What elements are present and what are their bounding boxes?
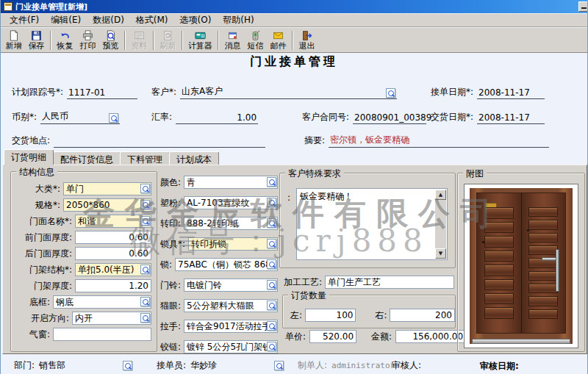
calculator-button[interactable]: 计算器 [185, 29, 215, 52]
dept-value[interactable]: 销售部 [39, 359, 65, 372]
contract-input[interactable]: 20080901_00389 [353, 112, 426, 124]
hinge-lookup-icon[interactable] [267, 342, 276, 351]
frame-struct-lookup-icon[interactable] [140, 265, 150, 274]
field-row-transfer: 转印: 888-2转印纸 [160, 217, 278, 230]
order-date-input[interactable]: 2008-11-17 [477, 87, 545, 99]
tab-plan-cost[interactable]: 计划成本 [169, 151, 219, 165]
transfer-input[interactable]: 888-2转印纸 [184, 217, 278, 230]
field-row-color: 颜色: 青 [160, 176, 278, 189]
bottom-frame-lookup-icon[interactable] [140, 297, 150, 306]
message-icon [226, 30, 239, 41]
field-row-lock: 锁: 75ABC（铜）锁芯 868普 [160, 258, 278, 271]
customer-input[interactable]: 山东A客户 [180, 85, 397, 99]
transfer-lookup-icon[interactable] [267, 218, 276, 228]
data-button[interactable]: 资料 [128, 29, 151, 52]
frame-thickness-input[interactable]: 1.20 [75, 279, 151, 292]
refresh-button[interactable]: 刷新 [157, 29, 179, 52]
air-window-input[interactable] [53, 328, 151, 341]
menu-help[interactable]: 帮助(H) [217, 13, 259, 27]
frame-struct-input[interactable]: 单扣5.0(半压) [75, 263, 151, 276]
delivery-place-input[interactable] [54, 146, 265, 148]
face-name-lookup-icon[interactable] [140, 216, 150, 226]
toolbar: 新增 保存 恢复 打印 预览 资料 刷新 [1, 28, 587, 53]
amount-input[interactable]: 156,000.00 [395, 330, 466, 343]
memo-scrollbar[interactable]: ▲ ▼ [435, 190, 446, 259]
toolbar-separator [182, 31, 183, 50]
undo-icon [59, 30, 71, 41]
track-no-input[interactable]: 1117-01 [67, 87, 137, 99]
lock-input[interactable]: 75ABC（铜）锁芯 868普 [175, 258, 278, 271]
unit-price-label: 单价: [285, 331, 306, 343]
category-lookup-icon[interactable] [140, 184, 150, 193]
dept-lookup-icon[interactable] [123, 361, 132, 370]
order-taker-value[interactable]: 华妙珍 [190, 359, 217, 372]
currency-input[interactable]: 人民币 [40, 110, 120, 124]
menu-edit[interactable]: 编辑(E) [45, 13, 87, 27]
phone-icon [249, 30, 262, 41]
powder-lookup-icon[interactable] [267, 198, 276, 207]
lock-lookup-icon[interactable] [267, 259, 276, 269]
customer-lookup-icon[interactable] [386, 88, 395, 98]
open-direction-lookup-icon[interactable] [140, 313, 150, 323]
qty-left-input[interactable]: 100 [305, 309, 356, 322]
save-button[interactable]: 保存 [25, 29, 48, 52]
rate-input[interactable]: 1.00 [176, 112, 258, 124]
app-window: 门业接单管理[新增] 文件(F) 编辑(E) 数据(D) 格式(M) 选项(O)… [0, 0, 588, 374]
doorbell-input[interactable]: 电镀门铃 [184, 278, 278, 292]
undo-button[interactable]: 恢复 [54, 29, 76, 52]
bottom-frame-input[interactable]: 钢底 [53, 295, 151, 309]
new-button[interactable]: 新增 [2, 29, 25, 52]
pull-handle-lookup-icon[interactable] [267, 321, 276, 331]
print-button[interactable]: 打印 [76, 29, 99, 52]
sms-button[interactable]: 短信 [244, 29, 267, 52]
peephole-input[interactable]: 5公分塑料大猫眼 [184, 299, 278, 312]
audit-date-label: 审核日期: [480, 360, 519, 373]
exit-button[interactable]: 退出 [295, 29, 318, 52]
summary-input[interactable]: 密尔顿，钣金要精确 [329, 134, 549, 148]
spec-input[interactable]: 2050*860 [63, 198, 151, 212]
process-input[interactable]: 单门生产工艺 [325, 276, 454, 289]
spec-lookup-icon[interactable] [140, 200, 150, 209]
mail-button[interactable]: 邮件 [267, 29, 290, 52]
menu-file[interactable]: 文件(F) [4, 13, 45, 27]
menu-options[interactable]: 选项(O) [174, 13, 218, 27]
category-input[interactable]: 单门 [63, 182, 151, 195]
struct-info-group: 结构信息 大类*: 单门 规格*: 2050*860 门面名称*: 和谐 前门面… [10, 171, 157, 352]
delivery-date-input[interactable]: 2008-11-17 [477, 112, 545, 124]
preview-button[interactable]: 预览 [99, 29, 122, 52]
title-bar: 门业接单管理[新增] [1, 0, 587, 13]
scroll-down-icon[interactable]: ▼ [435, 248, 446, 259]
qty-right-label: 右: [375, 309, 387, 322]
process-field: 加工工艺: 单门生产工艺 [284, 276, 454, 289]
scroll-up-icon[interactable]: ▲ [435, 190, 446, 200]
front-thickness-input[interactable]: 0.60 [75, 231, 151, 244]
qty-right-input[interactable]: 200 [390, 309, 455, 322]
menu-format[interactable]: 格式(M) [130, 13, 174, 27]
order-date-label: 接单日期*: [431, 86, 473, 99]
order-taker-lookup-icon[interactable] [274, 361, 284, 370]
message-button[interactable]: 消息 [221, 29, 244, 52]
color-input[interactable]: 青 [184, 176, 278, 189]
open-direction-input[interactable]: 内开 [72, 312, 151, 325]
door-handle [556, 249, 559, 292]
doorbell-lookup-icon[interactable] [267, 280, 276, 290]
peephole-lookup-icon[interactable] [267, 301, 276, 310]
currency-lookup-icon[interactable] [109, 113, 118, 123]
back-thickness-input[interactable]: 0.60 [75, 247, 151, 260]
currency-label: 币别*: [12, 111, 37, 124]
toolbar-separator [153, 31, 154, 50]
menu-data[interactable]: 数据(D) [87, 13, 130, 27]
lockset-lookup-icon[interactable] [267, 239, 276, 248]
minimize-button[interactable] [578, 1, 588, 12]
tab-parts-order[interactable]: 配件订货信息 [53, 151, 121, 165]
powder-input[interactable]: AL-7103青绿纹 [184, 196, 278, 209]
pull-handle-input[interactable]: 锌合金9017活动拉手乙 [184, 320, 278, 333]
special-requirements-textarea[interactable]: 钣金要精确！ ▲ ▼ [296, 188, 448, 260]
hinge-input[interactable]: 镀锌 5公分5孔门架铰 [184, 340, 278, 353]
tab-order-detail[interactable]: 订货明细 [4, 149, 54, 165]
face-name-input[interactable]: 和谐 [75, 215, 151, 228]
tab-cutting[interactable]: 下料管理 [120, 151, 170, 165]
lockset-input[interactable]: 转印折锁 [188, 237, 278, 251]
unit-price-input[interactable]: 520.00 [309, 330, 356, 343]
color-lookup-icon[interactable] [267, 177, 276, 187]
